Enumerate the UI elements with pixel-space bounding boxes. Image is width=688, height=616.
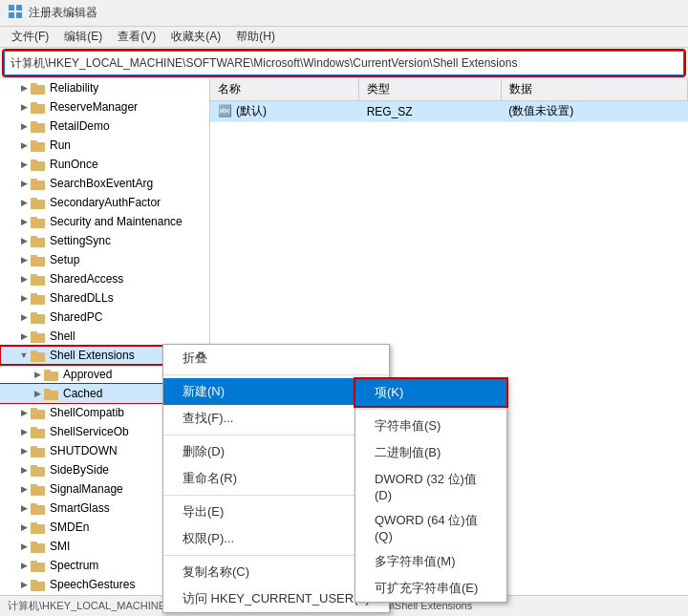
tree-expander[interactable]: ▶ (17, 482, 31, 496)
ctx-separator-1 (163, 374, 389, 375)
submenu-multistring[interactable]: 多字符串值(M) (355, 548, 506, 575)
tree-expander[interactable]: ▶ (17, 215, 31, 228)
detail-row[interactable]: 🔤(默认)REG_SZ(数值未设置) (210, 101, 688, 122)
ctx-new-label: 新建(N) (183, 384, 225, 398)
folder-icon (31, 541, 46, 553)
tree-expander[interactable]: ▶ (17, 272, 31, 286)
tree-item-label: ReserveManager (50, 100, 138, 114)
tree-expander[interactable]: ▶ (31, 387, 44, 400)
folder-icon (31, 521, 46, 534)
col-data: 数据 (501, 78, 687, 101)
submenu[interactable]: 项(K) 字符串值(S) 二进制值(B) DWORD (32 位)值(D) QW… (355, 378, 507, 603)
tree-expander[interactable]: ▶ (17, 291, 31, 305)
tree-item-label: ShellServiceOb (50, 425, 129, 438)
tree-item[interactable]: ▶RetailDemo (0, 117, 209, 136)
window-title: 注册表编辑器 (29, 5, 97, 21)
menu-edit[interactable]: 编辑(E) (56, 27, 110, 47)
tree-expander[interactable]: ▶ (17, 81, 31, 95)
tree-item[interactable]: ▶Reliability (0, 78, 209, 97)
tree-item[interactable]: ▶Run (0, 136, 209, 155)
tree-item[interactable]: ▶Shell (0, 327, 209, 346)
folder-icon (44, 388, 59, 400)
submenu-sep-1 (355, 409, 506, 410)
menu-view[interactable]: 查看(V) (110, 27, 163, 47)
tree-expander[interactable]: ▶ (17, 501, 31, 515)
ctx-collapse[interactable]: 折叠 (163, 345, 389, 372)
tree-expander[interactable]: ▶ (17, 578, 31, 591)
submenu-expandstring[interactable]: 可扩充字符串值(E) (355, 575, 506, 602)
tree-expander[interactable]: ▶ (17, 520, 31, 534)
submenu-dword[interactable]: DWORD (32 位)值(D) (355, 466, 506, 507)
tree-expander[interactable]: ▶ (17, 177, 31, 190)
submenu-binary[interactable]: 二进制值(B) (355, 439, 506, 466)
tree-expander[interactable]: ▶ (17, 444, 31, 457)
tree-expander[interactable]: ▶ (17, 540, 31, 553)
tree-expander[interactable]: ▶ (17, 119, 31, 133)
folder-icon (31, 483, 46, 496)
tree-item-label: SharedPC (50, 310, 102, 324)
tree-item-label: ShellCompatib (50, 406, 124, 419)
tree-expander[interactable]: ▶ (17, 559, 31, 572)
folder-icon (31, 235, 46, 247)
tree-expander[interactable]: ▶ (17, 253, 31, 266)
tree-item-label: SecondaryAuthFactor (50, 196, 161, 209)
tree-item[interactable]: ▶SharedPC (0, 308, 209, 327)
folder-icon (31, 178, 46, 190)
tree-expander[interactable]: ▶ (17, 138, 31, 152)
tree-expander[interactable]: ▶ (17, 463, 31, 477)
tree-item-label: SignalManage (50, 482, 123, 496)
folder-icon (31, 159, 46, 171)
tree-item-label: SMI (50, 540, 70, 553)
tree-expander[interactable]: ▶ (17, 196, 31, 209)
folder-icon (31, 254, 46, 266)
folder-icon (31, 445, 46, 457)
tree-expander[interactable]: ▶ (17, 406, 31, 419)
tree-item[interactable]: ▶ReserveManager (0, 97, 209, 117)
tree-item[interactable]: ▶SharedDLLs (0, 288, 209, 308)
detail-table: 名称 类型 数据 🔤(默认)REG_SZ(数值未设置) (210, 78, 688, 122)
submenu-key[interactable]: 项(K) (355, 379, 506, 406)
tree-item-label: Reliability (50, 81, 98, 95)
menu-help[interactable]: 帮助(H) (228, 27, 283, 47)
detail-cell-name: 🔤(默认) (210, 101, 359, 122)
tree-item[interactable]: ▶SharedAccess (0, 269, 209, 288)
folder-icon (31, 464, 46, 477)
tree-expander[interactable]: ▶ (17, 158, 31, 171)
tree-item-label: Cached (63, 387, 102, 400)
tree-expander[interactable]: ▶ (17, 100, 31, 114)
tree-expander[interactable]: ▶ (17, 329, 31, 343)
tree-item[interactable]: ▶SecondaryAuthFactor (0, 193, 209, 212)
title-bar: 注册表编辑器 (0, 0, 688, 27)
tree-expander[interactable]: ▶ (17, 234, 31, 247)
folder-icon (44, 369, 59, 381)
tree-item[interactable]: ▶SearchBoxEventArg (0, 174, 209, 193)
submenu-string[interactable]: 字符串值(S) (355, 413, 506, 439)
folder-icon (31, 311, 46, 324)
detail-cell-data: (数值未设置) (501, 101, 687, 122)
folder-icon (31, 426, 46, 438)
address-bar-text: 计算机\HKEY_LOCAL_MACHINE\SOFTWARE\Microsof… (11, 55, 517, 72)
folder-icon (31, 120, 46, 133)
submenu-qword[interactable]: QWORD (64 位)值(Q) (355, 507, 506, 548)
tree-expander[interactable]: ▼ (17, 349, 31, 362)
context-menu[interactable]: 折叠 新建(N) ▶ 项(K) 字符串值(S) 二进制值(B) DWORD (3… (162, 344, 390, 613)
folder-icon (31, 82, 46, 95)
tree-item-label: RetailDemo (50, 119, 110, 133)
menu-file[interactable]: 文件(F) (4, 27, 56, 47)
tree-expander[interactable]: ▶ (17, 310, 31, 324)
ctx-new[interactable]: 新建(N) ▶ 项(K) 字符串值(S) 二进制值(B) DWORD (32 位… (163, 378, 389, 405)
tree-expander[interactable]: ▶ (17, 425, 31, 438)
tree-item[interactable]: ▶Setup (0, 250, 209, 269)
folder-icon (31, 407, 46, 419)
tree-item-label: Shell Extensions (50, 349, 135, 362)
folder-icon (31, 502, 46, 515)
folder-icon (31, 197, 46, 209)
tree-item-label: SharedAccess (50, 272, 123, 286)
tree-expander[interactable]: ▶ (31, 368, 44, 381)
tree-item-label: Setup (50, 253, 79, 266)
tree-item[interactable]: ▶Security and Maintenance (0, 212, 209, 231)
tree-item[interactable]: ▶RunOnce (0, 155, 209, 174)
col-name: 名称 (210, 78, 359, 101)
menu-favorites[interactable]: 收藏夹(A) (163, 27, 228, 47)
tree-item[interactable]: ▶SettingSync (0, 231, 209, 250)
